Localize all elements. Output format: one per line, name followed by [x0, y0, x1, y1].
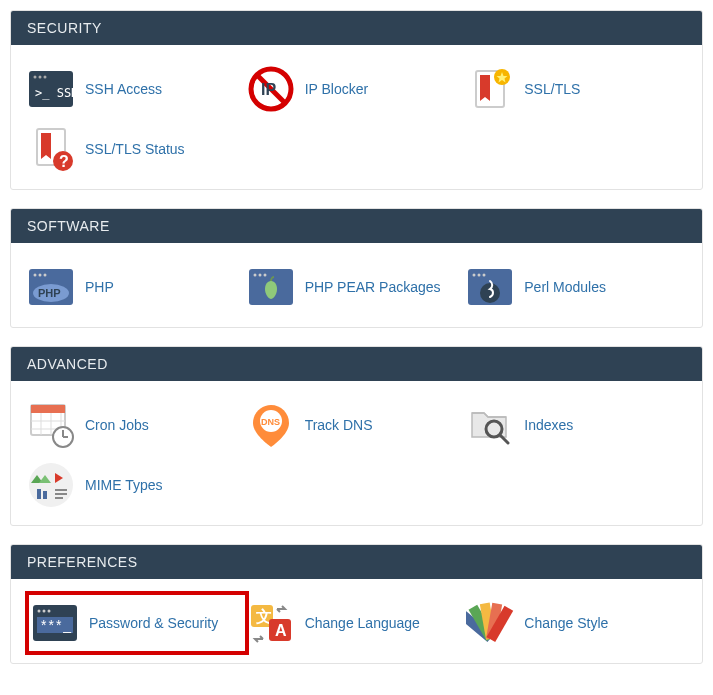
perl-modules-label: Perl Modules: [524, 279, 606, 295]
svg-point-28: [480, 283, 500, 303]
svg-point-17: [44, 274, 47, 277]
preferences-panel: PREFERENCES ***_ Password & Security 文 A: [10, 544, 703, 664]
security-header[interactable]: SECURITY: [11, 11, 702, 45]
perl-modules-item[interactable]: Perl Modules: [466, 257, 686, 317]
indexes-item[interactable]: Indexes: [466, 395, 686, 455]
svg-point-27: [483, 274, 486, 277]
change-style-item[interactable]: Change Style: [466, 593, 686, 653]
ssh-access-icon: >_ SSH: [27, 65, 75, 113]
php-item[interactable]: PHP PHP: [27, 257, 247, 317]
php-label: PHP: [85, 279, 114, 295]
preferences-body: ***_ Password & Security 文 A Change Lang…: [11, 579, 702, 663]
svg-point-23: [263, 274, 266, 277]
ip-blocker-label: IP Blocker: [305, 81, 369, 97]
software-panel: SOFTWARE PHP PHP PH: [10, 208, 703, 328]
security-panel: SECURITY >_ SSH SSH Access IP IP Blocker: [10, 10, 703, 190]
svg-text:A: A: [275, 622, 287, 639]
change-style-label: Change Style: [524, 615, 608, 631]
ssl-tls-item[interactable]: SSL/TLS: [466, 59, 686, 119]
track-dns-item[interactable]: DNS Track DNS: [247, 395, 467, 455]
cron-jobs-item[interactable]: Cron Jobs: [27, 395, 247, 455]
ip-blocker-icon: IP: [247, 65, 295, 113]
php-pear-item[interactable]: PHP PEAR Packages: [247, 257, 467, 317]
ssl-tls-status-label: SSL/TLS Status: [85, 141, 185, 157]
advanced-panel: ADVANCED Cron Jobs: [10, 346, 703, 526]
svg-point-26: [478, 274, 481, 277]
svg-point-2: [39, 76, 42, 79]
svg-point-43: [29, 463, 73, 507]
change-language-item[interactable]: 文 A Change Language: [247, 593, 467, 653]
cron-jobs-icon: [27, 401, 75, 449]
ssl-tls-status-item[interactable]: ? SSL/TLS Status: [27, 119, 247, 179]
svg-rect-47: [37, 489, 41, 499]
cpanel-logo: cPanel: [14, 690, 92, 695]
svg-text:>_ SSH: >_ SSH: [35, 86, 75, 100]
track-dns-label: Track DNS: [305, 417, 373, 433]
mime-types-label: MIME Types: [85, 477, 163, 493]
ssl-tls-icon: [466, 65, 514, 113]
svg-rect-48: [43, 491, 47, 499]
svg-text:PHP: PHP: [38, 287, 61, 299]
svg-point-54: [43, 610, 46, 613]
svg-point-15: [34, 274, 37, 277]
footer: cPanel 66.0.25: [10, 682, 703, 695]
svg-point-16: [39, 274, 42, 277]
preferences-header[interactable]: PREFERENCES: [11, 545, 702, 579]
svg-point-3: [44, 76, 47, 79]
cron-jobs-label: Cron Jobs: [85, 417, 149, 433]
password-security-icon: ***_: [31, 599, 79, 647]
svg-point-55: [48, 610, 51, 613]
ssl-tls-label: SSL/TLS: [524, 81, 580, 97]
svg-text:?: ?: [59, 153, 69, 170]
advanced-body: Cron Jobs DNS Track DNS Inde: [11, 381, 702, 525]
svg-point-25: [473, 274, 476, 277]
indexes-icon: [466, 401, 514, 449]
indexes-label: Indexes: [524, 417, 573, 433]
php-icon: PHP: [27, 263, 75, 311]
ip-blocker-item[interactable]: IP IP Blocker: [247, 59, 467, 119]
svg-rect-49: [55, 489, 67, 491]
svg-text:DNS: DNS: [261, 417, 280, 427]
ssh-access-item[interactable]: >_ SSH SSH Access: [27, 59, 247, 119]
change-language-label: Change Language: [305, 615, 420, 631]
svg-rect-30: [31, 405, 65, 413]
software-body: PHP PHP PHP PEAR Packages: [11, 243, 702, 327]
svg-point-21: [253, 274, 256, 277]
perl-modules-icon: [466, 263, 514, 311]
ssl-tls-status-icon: ?: [27, 125, 75, 173]
php-pear-label: PHP PEAR Packages: [305, 279, 441, 295]
password-security-item[interactable]: ***_ Password & Security: [27, 593, 247, 653]
ssh-access-label: SSH Access: [85, 81, 162, 97]
svg-point-22: [258, 274, 261, 277]
password-security-label: Password & Security: [89, 615, 218, 631]
php-pear-icon: [247, 263, 295, 311]
svg-text:IP: IP: [261, 81, 276, 98]
svg-point-1: [34, 76, 37, 79]
change-language-icon: 文 A: [247, 599, 295, 647]
svg-rect-51: [55, 497, 63, 499]
svg-point-53: [38, 610, 41, 613]
mime-types-item[interactable]: MIME Types: [27, 455, 247, 515]
svg-text:***_: ***_: [41, 617, 73, 633]
mime-types-icon: [27, 461, 75, 509]
software-header[interactable]: SOFTWARE: [11, 209, 702, 243]
svg-rect-50: [55, 493, 67, 495]
change-style-icon: [466, 599, 514, 647]
advanced-header[interactable]: ADVANCED: [11, 347, 702, 381]
track-dns-icon: DNS: [247, 401, 295, 449]
security-body: >_ SSH SSH Access IP IP Blocker: [11, 45, 702, 189]
